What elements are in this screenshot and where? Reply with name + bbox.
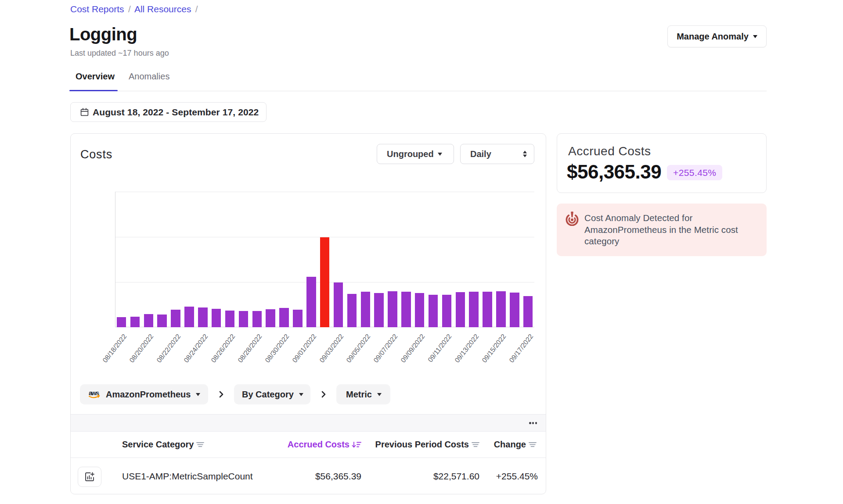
svg-text:aws: aws (89, 390, 99, 397)
